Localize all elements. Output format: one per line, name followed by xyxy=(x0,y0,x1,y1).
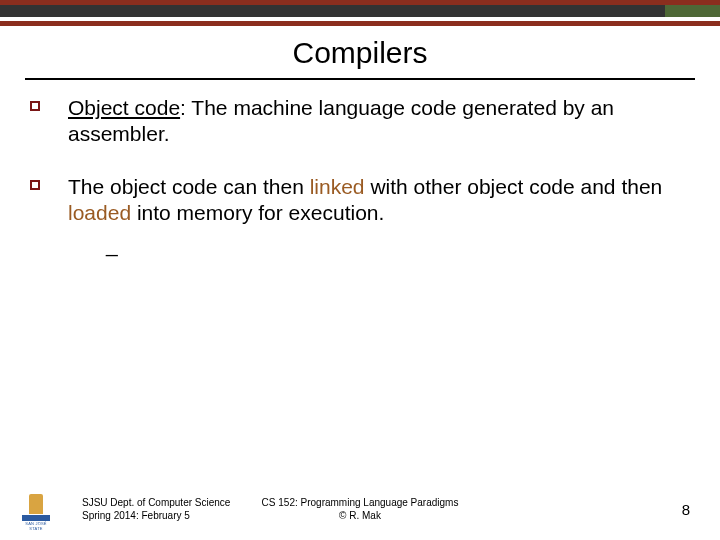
title-underline xyxy=(25,78,695,80)
term-linked: linked xyxy=(310,175,365,198)
bullet-marker xyxy=(30,95,68,148)
bullet-marker xyxy=(30,174,68,259)
footer-course: CS 152: Programming Language Paradigms xyxy=(262,497,459,510)
bullet-item: The object code can then linked with oth… xyxy=(30,174,690,259)
text-post: into memory for execution. xyxy=(131,201,384,224)
logo-label: SAN JOSÉ STATE xyxy=(22,521,50,531)
bullet-text: Object code: The machine language code g… xyxy=(68,95,690,148)
bullet-text: The object code can then linked with oth… xyxy=(68,174,690,259)
accent-corner-green xyxy=(665,5,720,17)
page-number: 8 xyxy=(682,501,690,518)
footer-center: CS 152: Programming Language Paradigms ©… xyxy=(0,497,720,522)
text-pre: The object code can then xyxy=(68,175,310,198)
slide: Compilers Object code: The machine langu… xyxy=(0,0,720,540)
square-bullet-icon xyxy=(30,101,40,111)
slide-title: Compilers xyxy=(0,36,720,70)
accent-bar-red-bottom xyxy=(0,21,720,26)
text-mid: with other object code and then xyxy=(365,175,663,198)
accent-bar-dark xyxy=(0,5,720,17)
term-object-code: Object code xyxy=(68,96,180,119)
footer: SAN JOSÉ STATE SJSU Dept. of Computer Sc… xyxy=(0,484,720,524)
content-area: Object code: The machine language code g… xyxy=(30,95,690,284)
bullet-item: Object code: The machine language code g… xyxy=(30,95,690,148)
square-bullet-icon xyxy=(30,180,40,190)
term-loaded: loaded xyxy=(68,201,131,224)
footer-copyright: © R. Mak xyxy=(262,510,459,523)
sub-bullet-dash: _ xyxy=(68,232,690,258)
